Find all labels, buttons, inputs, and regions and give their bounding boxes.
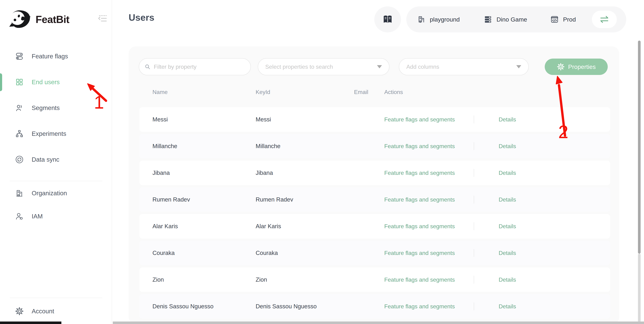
book-icon: [383, 15, 393, 24]
column-header-actions: Actions: [384, 89, 610, 95]
project-stack-icon: [484, 16, 492, 23]
sidebar-item-data-sync[interactable]: Data sync: [0, 147, 112, 172]
cell-keyid: Jibana: [256, 169, 354, 176]
workspace-org[interactable]: playground: [417, 7, 460, 33]
workspace-environment-label: Prod: [563, 16, 576, 23]
cell-actions: Feature flags and segments Details: [384, 187, 610, 212]
link-details[interactable]: Details: [499, 143, 516, 150]
page-title: Users: [128, 12, 154, 23]
link-details[interactable]: Details: [499, 250, 516, 256]
cell-keyid: Messi: [256, 116, 354, 123]
end-users-icon: [15, 78, 24, 86]
cell-name: Denis Sassou Nguesso: [152, 303, 256, 310]
swap-arrows-icon: [599, 16, 610, 23]
collapse-sidebar-icon[interactable]: [98, 14, 107, 23]
link-flags-segments[interactable]: Feature flags and segments: [384, 196, 455, 203]
table-row: Alar Karis Alar Karis Feature flags and …: [139, 214, 610, 238]
workspace-org-label: playground: [430, 16, 460, 23]
sidebar-item-end-users[interactable]: End users: [0, 69, 112, 95]
link-flags-segments[interactable]: Feature flags and segments: [384, 143, 455, 150]
add-columns-placeholder: Add columns: [406, 64, 516, 70]
link-flags-segments[interactable]: Feature flags and segments: [384, 116, 455, 123]
vertical-scrollbar-track[interactable]: [638, 254, 640, 322]
cell-keyid: Rumen Radev: [256, 196, 354, 203]
data-sync-icon: [15, 155, 24, 164]
cell-actions: Feature flags and segments Details: [384, 161, 610, 185]
sidebar-item-label: Account: [32, 308, 54, 315]
filter-input-wrap: [139, 58, 251, 75]
properties-button[interactable]: Properties: [545, 59, 608, 75]
column-header-keyid: KeyId: [256, 89, 354, 95]
cell-name: Millanche: [152, 143, 256, 150]
cell-keyid: Millanche: [256, 143, 354, 150]
actions-divider: [474, 276, 474, 283]
cell-actions: Feature flags and segments Details: [384, 241, 610, 265]
select-properties-dropdown[interactable]: Select properties to search: [258, 58, 390, 75]
link-details[interactable]: Details: [499, 170, 516, 176]
table-row: Couraka Couraka Feature flags and segmen…: [139, 241, 610, 265]
link-flags-segments[interactable]: Feature flags and segments: [384, 170, 455, 176]
docs-button[interactable]: [374, 7, 401, 33]
add-columns-dropdown[interactable]: Add columns: [399, 58, 529, 75]
organization-icon: [15, 189, 24, 197]
actions-divider: [474, 142, 474, 150]
actions-divider: [474, 196, 474, 203]
table-row: Zion Zion Feature flags and segments Det…: [139, 267, 610, 292]
link-flags-segments[interactable]: Feature flags and segments: [384, 223, 455, 230]
cell-name: Alar Karis: [152, 223, 256, 230]
table-row: Messi Messi Feature flags and segments D…: [139, 107, 610, 132]
sidebar-item-segments[interactable]: Segments: [0, 95, 112, 121]
horizontal-scrollbar[interactable]: [113, 321, 644, 324]
cell-name: Rumen Radev: [152, 196, 256, 203]
account-gear-icon: [15, 307, 24, 315]
sidebar-item-label: Segments: [32, 104, 60, 111]
workspace-project[interactable]: Dino Game: [484, 7, 527, 33]
sidebar-item-iam[interactable]: IAM: [0, 205, 112, 228]
cell-keyid: Alar Karis: [256, 223, 354, 230]
link-flags-segments[interactable]: Feature flags and segments: [384, 303, 455, 310]
experiments-icon: [15, 130, 24, 138]
actions-divider: [474, 222, 474, 230]
sidebar-item-feature-flags[interactable]: Feature flags: [0, 43, 112, 69]
sidebar-item-label: Data sync: [32, 156, 60, 163]
filter-by-property-input[interactable]: [154, 64, 245, 70]
sidebar-divider: [10, 181, 102, 181]
sidebar-item-experiments[interactable]: Experiments: [0, 121, 112, 147]
user-rows: Messi Messi Feature flags and segments D…: [139, 107, 610, 321]
link-flags-segments[interactable]: Feature flags and segments: [384, 276, 455, 283]
vertical-scrollbar-thumb[interactable]: [638, 41, 640, 254]
workspace-project-label: Dino Game: [496, 16, 527, 23]
cell-keyid: Couraka: [256, 250, 354, 256]
organization-building-icon: [417, 16, 425, 23]
sidebar-item-account[interactable]: Account: [0, 300, 112, 323]
brand-logo: FeatBit: [8, 9, 70, 30]
link-flags-segments[interactable]: Feature flags and segments: [384, 250, 455, 256]
select-properties-placeholder: Select properties to search: [265, 64, 377, 70]
feature-flags-icon: [15, 52, 24, 60]
link-details[interactable]: Details: [499, 196, 516, 203]
switch-environment-button[interactable]: [592, 11, 617, 28]
iam-icon: [15, 212, 24, 220]
segments-icon: [15, 104, 24, 112]
workspace-environment[interactable]: Prod: [550, 7, 576, 33]
actions-divider: [474, 302, 474, 310]
column-header-name: Name: [152, 89, 256, 95]
sidebar-divider: [10, 298, 102, 298]
actions-divider: [474, 169, 474, 177]
column-header-email: Email: [354, 89, 384, 95]
featbit-mascot-icon: [8, 9, 31, 30]
link-details[interactable]: Details: [499, 303, 516, 310]
link-details[interactable]: Details: [499, 276, 516, 283]
sidebar-item-organization[interactable]: Organization: [0, 182, 112, 205]
actions-divider: [474, 249, 474, 257]
sidebar: FeatBit Feature flags End users: [0, 0, 112, 324]
sidebar-item-label: End users: [32, 79, 60, 86]
sidebar-nav: Feature flags End users Segments: [0, 43, 112, 172]
link-details[interactable]: Details: [499, 116, 516, 123]
link-details[interactable]: Details: [499, 223, 516, 230]
table-row: Rumen Radev Rumen Radev Feature flags an…: [139, 187, 610, 212]
cell-keyid: Zion: [256, 276, 354, 283]
sidebar-item-label: Feature flags: [32, 53, 68, 60]
sidebar-item-label: Experiments: [32, 130, 66, 137]
cell-actions: Feature flags and segments Details: [384, 134, 610, 158]
